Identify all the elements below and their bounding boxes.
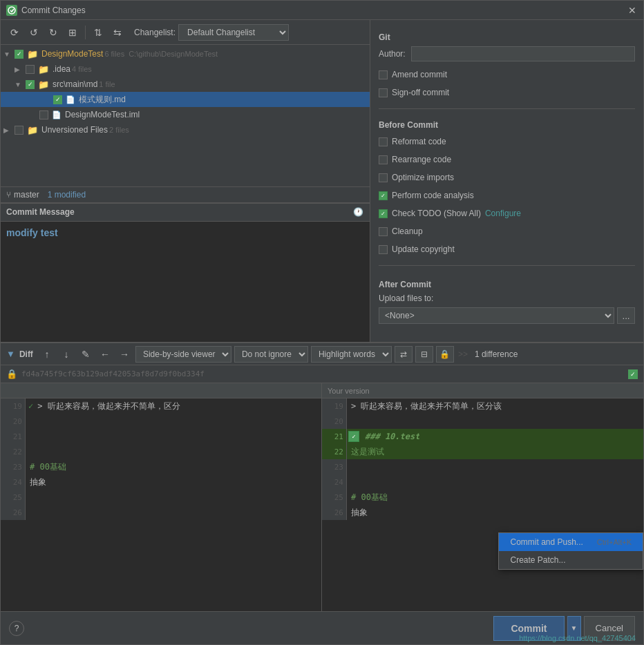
- signoff-label: Sign-off commit: [392, 88, 449, 97]
- signoff-checkbox[interactable]: [379, 88, 388, 97]
- diff-ignore-select[interactable]: Do not ignore: [234, 346, 308, 363]
- tree-file-iml[interactable]: ▶ 📄 DesignModeTest.iml: [1, 107, 370, 122]
- filter-btn[interactable]: ⇆: [109, 24, 126, 41]
- group-btn[interactable]: ⊞: [64, 24, 81, 41]
- diff-checkmark[interactable]: ✓: [628, 369, 638, 379]
- diff-left-lines: 19 ✓ > 听起来容易，做起来并不简单，区分 20 21 22: [1, 398, 321, 611]
- commit-message-input[interactable]: modify test: [1, 222, 370, 343]
- copyright-checkbox[interactable]: [379, 245, 388, 254]
- diff-line-num-23l: 23: [1, 459, 26, 474]
- diff-left-content-23: # 00基础: [26, 461, 66, 473]
- author-input[interactable]: [411, 46, 635, 61]
- commit-message-area: Commit Message 🕐 modify test: [1, 203, 370, 343]
- src-count: 1 file: [99, 80, 115, 88]
- analyze-checkbox[interactable]: [379, 191, 388, 200]
- highlight-select[interactable]: Highlight words: [311, 346, 392, 363]
- reformat-row: Reformat code: [379, 134, 635, 149]
- diff-collapse-arrow[interactable]: ▼: [6, 349, 15, 359]
- commit-message-clock-btn[interactable]: 🕐: [352, 206, 364, 218]
- diff-line-num-19r: 19: [322, 398, 347, 414]
- right-panel: Git Author: Amend commit Sign-off commit…: [370, 20, 643, 342]
- rearrange-checkbox[interactable]: [379, 155, 388, 164]
- diff-sep: >>: [458, 349, 468, 359]
- iml-checkbox[interactable]: [39, 110, 48, 119]
- optimize-row: Optimize imports: [379, 170, 635, 185]
- window-title: Commit Changes: [21, 6, 623, 15]
- diff-section: ▼ Diff ↑ ↓ ✎ ← → Side-by-side viewer Do …: [1, 342, 643, 611]
- refresh-btn[interactable]: ⟳: [6, 24, 23, 41]
- diff-right-content-19: > 听起来容易，做起来并不简单，区分该: [347, 401, 502, 412]
- cleanup-row: Cleanup: [379, 224, 635, 239]
- git-title: Git: [379, 32, 635, 42]
- diff-prev-btn[interactable]: ←: [97, 346, 113, 363]
- tree-idea[interactable]: ▶ 📁 .idea 4 files: [1, 61, 370, 77]
- main-content: ⟳ ↺ ↻ ⊞ ⇅ ⇆ Changelist: Default Changeli…: [1, 20, 643, 342]
- idea-name: .idea: [53, 64, 70, 74]
- bottom-url: https://blog.csdn.net/qq_42745404: [519, 634, 636, 642]
- unversioned-checkbox[interactable]: [15, 126, 23, 135]
- redo-btn[interactable]: ↻: [45, 24, 61, 41]
- diff-right-lines: 19 > 听起来容易，做起来并不简单，区分该 20 21 ✓ ### 10.te…: [322, 398, 643, 611]
- tree-srcmainmd[interactable]: ▼ 📁 src\main\md 1 file: [1, 77, 370, 92]
- diff-left-line-20: 20: [1, 414, 321, 429]
- diff-icon-btn1[interactable]: ⇄: [395, 346, 413, 363]
- upload-row: <None> ...: [379, 307, 635, 324]
- changelist-select[interactable]: Default Changelist: [178, 24, 289, 41]
- toolbar: ⟳ ↺ ↻ ⊞ ⇅ ⇆ Changelist: Default Changeli…: [1, 20, 370, 45]
- root-checkbox[interactable]: [15, 50, 23, 59]
- diff-inline-checkbox-21[interactable]: ✓: [348, 431, 359, 442]
- bottom-left: ?: [9, 621, 24, 636]
- diff-icon-btn3[interactable]: 🔒: [436, 346, 454, 363]
- diff-down-btn[interactable]: ↓: [58, 346, 75, 363]
- checktodo-checkbox[interactable]: [379, 209, 388, 218]
- diff-left-content-19: > 听起来容易，做起来并不简单，区分: [33, 401, 180, 412]
- svg-point-0: [8, 7, 15, 14]
- diff-line-num-23r: 23: [322, 459, 347, 474]
- upload-btn[interactable]: ...: [617, 307, 635, 324]
- diff-left: 19 ✓ > 听起来容易，做起来并不简单，区分 20 21 22: [1, 383, 322, 611]
- idea-checkbox[interactable]: [26, 65, 35, 74]
- context-menu-create-patch[interactable]: Create Patch...: [499, 551, 643, 569]
- context-menu-commit-push[interactable]: Commit and Push... Ctrl+Alt+K: [499, 533, 643, 551]
- diff-viewer-select[interactable]: Side-by-side viewer: [135, 346, 231, 363]
- root-name: DesignModeTest: [41, 49, 103, 59]
- diff-file-hash: fd4a745f9cf63b129adf42053af8d7d9f0bd334f: [21, 369, 205, 378]
- configure-link[interactable]: Configure: [485, 209, 521, 218]
- diff-next-btn[interactable]: →: [116, 346, 133, 363]
- checktodo-label: Check TODO (Show All): [392, 209, 481, 218]
- sort-btn[interactable]: ⇅: [90, 24, 106, 41]
- iml-file-icon: 📄: [52, 110, 61, 119]
- undo-btn[interactable]: ↺: [26, 24, 42, 41]
- diff-edit-btn[interactable]: ✎: [77, 346, 94, 363]
- diff-right-line-23: 23: [322, 459, 643, 474]
- left-panel: ⟳ ↺ ↻ ⊞ ⇅ ⇆ Changelist: Default Changeli…: [1, 20, 370, 342]
- diff-lock-icon: 🔒: [6, 369, 17, 379]
- idea-count: 4 files: [72, 65, 92, 73]
- tree-file-main[interactable]: ▶ 📄 模式规则.md: [1, 92, 370, 107]
- signoff-row: Sign-off commit: [379, 85, 635, 100]
- diff-line-num-21l: 21: [1, 429, 26, 444]
- src-checkbox[interactable]: [26, 80, 35, 89]
- diff-right-content-21: ### 10.test: [361, 432, 419, 441]
- amend-checkbox[interactable]: [379, 70, 388, 79]
- diff-left-line-23: 23 # 00基础: [1, 459, 321, 474]
- main-checkbox[interactable]: [53, 95, 62, 104]
- reformat-checkbox[interactable]: [379, 137, 388, 146]
- diff-count: 1 difference: [475, 349, 518, 359]
- branch-name: master: [14, 190, 39, 200]
- tree-unversioned[interactable]: ▶ 📁 Unversioned Files 2 files: [1, 122, 370, 137]
- close-button[interactable]: ✕: [627, 5, 638, 16]
- tree-root[interactable]: ▼ 📁 DesignModeTest 6 files C:\github\Des…: [1, 46, 370, 61]
- author-label: Author:: [379, 49, 406, 59]
- commit-message-label: Commit Message: [6, 207, 75, 217]
- diff-icon-btn2[interactable]: ⊟: [415, 346, 433, 363]
- diff-left-content-24: 抽象: [26, 476, 46, 488]
- changelist-label: Changelist:: [134, 28, 176, 37]
- idea-arrow: ▶: [15, 66, 23, 73]
- diff-line-num-20r: 20: [322, 414, 347, 429]
- optimize-checkbox[interactable]: [379, 173, 388, 182]
- help-button[interactable]: ?: [9, 621, 24, 636]
- cleanup-checkbox[interactable]: [379, 227, 388, 236]
- diff-up-btn[interactable]: ↑: [39, 346, 55, 363]
- upload-select[interactable]: <None>: [379, 307, 614, 324]
